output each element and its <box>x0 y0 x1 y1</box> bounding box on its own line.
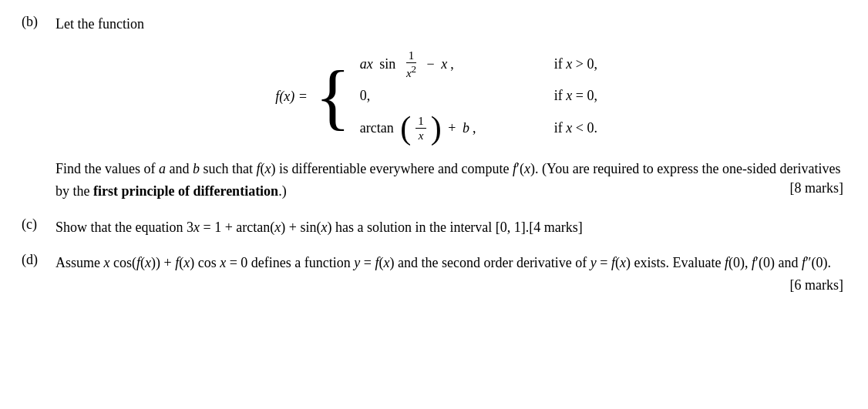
case-cond-3: if x < 0. <box>554 120 624 136</box>
part-b-description: Find the values of a and b such that f(x… <box>56 161 841 199</box>
frac-1overx: 1x <box>415 114 426 142</box>
piecewise-function: f(x) = { ax sin 1x2 − x, if x > 0, 0, if… <box>56 49 843 144</box>
case-expr-2: 0, <box>360 88 530 104</box>
case-cond-2: if x = 0, <box>554 88 624 104</box>
case-expr-1: ax sin 1x2 − x, <box>360 49 530 80</box>
left-brace: { <box>315 59 351 133</box>
part-d-content: Assume x cos(f(x)) + f(x) cos x = 0 defi… <box>56 252 843 297</box>
case-row-3: arctan (1x) + b, if x < 0. <box>360 112 624 144</box>
case-row-1: ax sin 1x2 − x, if x > 0, <box>360 49 624 80</box>
big-paren-right: ) <box>431 112 442 144</box>
part-d-text: Assume x cos(f(x)) + f(x) cos x = 0 defi… <box>56 255 831 270</box>
part-b-content: Let the function f(x) = { ax sin 1x2 − x… <box>56 14 843 203</box>
part-b-label: (b) <box>22 14 56 203</box>
part-c-text: Show that the equation 3x = 1 + arctan(x… <box>56 220 529 235</box>
part-d-label: (d) <box>22 252 56 297</box>
part-c-label: (c) <box>22 216 56 239</box>
part-d: (d) Assume x cos(f(x)) + f(x) cos x = 0 … <box>22 252 843 297</box>
big-paren-left: ( <box>400 112 411 144</box>
part-c-content: Show that the equation 3x = 1 + arctan(x… <box>56 216 583 239</box>
part-c-marks: [4 marks] <box>529 216 582 239</box>
part-b-description-block: Find the values of a and b such that f(x… <box>56 158 843 203</box>
part-c: (c) Show that the equation 3x = 1 + arct… <box>22 216 843 239</box>
case-expr-3: arctan (1x) + b, <box>360 112 530 144</box>
fx-label: f(x) = <box>275 89 308 105</box>
case-cond-1: if x > 0, <box>554 56 624 72</box>
case-row-2: 0, if x = 0, <box>360 88 624 104</box>
cases-table: ax sin 1x2 − x, if x > 0, 0, if x = 0, a… <box>360 49 624 144</box>
part-d-marks: [6 marks] <box>790 274 843 297</box>
part-b-marks: [8 marks] <box>790 180 843 196</box>
problem-container: (b) Let the function f(x) = { ax sin 1x2… <box>22 14 843 297</box>
part-b: (b) Let the function f(x) = { ax sin 1x2… <box>22 14 843 203</box>
part-b-intro: Let the function <box>56 14 843 35</box>
frac-1overx2: 1x2 <box>404 49 419 80</box>
